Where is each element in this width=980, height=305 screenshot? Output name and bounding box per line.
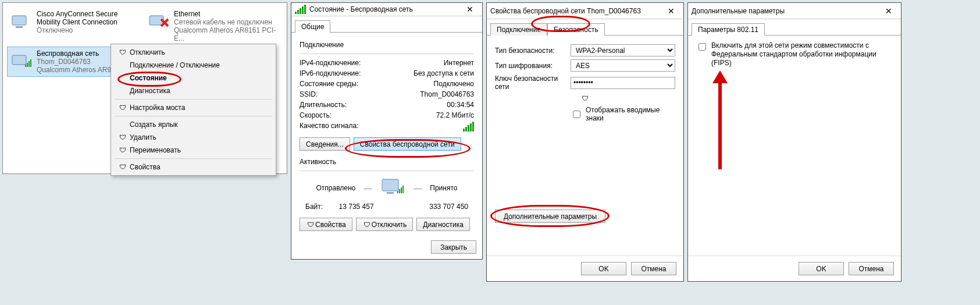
adapter-name: Беспроводная сеть [37, 49, 121, 58]
shield-icon: 🛡 [362, 221, 372, 229]
menu-item-status[interactable]: Состояние [112, 72, 275, 84]
tab-security[interactable]: Безопасность [547, 23, 605, 36]
adapter-icon [10, 49, 33, 73]
menu-item-shortcut[interactable]: Создать ярлык [112, 118, 275, 131]
security-type-select[interactable]: WPA2-Personal [571, 44, 675, 56]
fips-label: Включить для этой сети режим совместимос… [711, 41, 893, 68]
ipv4-value: Интернет [444, 59, 474, 67]
signal-bars-icon [463, 122, 474, 132]
tab-connection[interactable]: Подключение [490, 23, 547, 36]
annotation-arrow-icon [711, 70, 729, 169]
svg-rect-6 [28, 61, 30, 67]
tabstrip: Параметры 802.11 [688, 19, 901, 36]
sent-label: Отправлено [316, 184, 356, 192]
svg-rect-9 [382, 179, 398, 191]
shield-icon: 🛡 [116, 48, 130, 56]
wifi-bars-icon [295, 5, 306, 14]
security-type-label: Тип безопасности: [495, 47, 571, 55]
close-button[interactable]: ✕ [461, 3, 479, 16]
media-value: Подключено [434, 80, 474, 88]
adapter-device: Qualcomm Atheros AR94... [37, 66, 121, 74]
menu-item-disable[interactable]: 🛡Отключить [112, 46, 275, 59]
titlebar: Состояние - Беспроводная сеть ✕ [291, 3, 482, 16]
svg-rect-13 [401, 187, 402, 193]
close-button[interactable]: ✕ [880, 5, 897, 17]
show-chars-checkbox[interactable] [573, 111, 580, 118]
close-button[interactable]: Закрыть [431, 240, 476, 254]
adapter-icon [147, 10, 170, 33]
tab-80211[interactable]: Параметры 802.11 [692, 23, 765, 36]
duration-value: 00:34:54 [447, 101, 474, 109]
adapter-name: Ethernet [174, 10, 277, 18]
close-button[interactable]: ✕ [662, 5, 680, 17]
menu-separator [115, 158, 272, 159]
titlebar: Свойства беспроводной сети Thom_D0046763… [487, 3, 683, 19]
adapter-name: Cisco AnyConnect Secure Mobility Client … [37, 10, 140, 26]
adapter-item-ethernet[interactable]: Ethernet Сетевой кабель не подключен Qua… [145, 8, 280, 45]
adapter-status: Thom_D0046763 [37, 58, 121, 66]
properties-button[interactable]: 🛡Свойства [300, 218, 352, 231]
svg-marker-16 [712, 70, 728, 83]
ok-button[interactable]: OK [581, 262, 626, 275]
wireless-properties-dialog: Свойства беспроводной сети Thom_D0046763… [486, 2, 684, 282]
svg-rect-4 [25, 65, 26, 67]
menu-item-connect[interactable]: Подключение / Отключение [112, 59, 275, 72]
shield-icon: 🛡 [116, 146, 130, 154]
menu-item-rename[interactable]: 🛡Переименовать [112, 144, 275, 157]
dialog-title: Состояние - Беспроводная сеть [309, 5, 461, 13]
menu-separator [115, 99, 272, 100]
dash-icon: — [414, 183, 422, 193]
wireless-properties-button[interactable]: Свойства беспроводной сети [354, 137, 461, 151]
network-connections-panel: Cisco AnyConnect Secure Mobility Client … [3, 3, 288, 175]
dash-icon: — [364, 183, 372, 193]
adapter-item-anyconnect[interactable]: Cisco AnyConnect Secure Mobility Client … [8, 8, 142, 45]
advanced-settings-dialog: Дополнительные параметры ✕ Параметры 802… [687, 2, 901, 282]
bytes-received: 333 707 450 [401, 203, 468, 211]
media-label: Состояние среды: [300, 80, 358, 88]
adapter-icon [10, 10, 33, 33]
svg-rect-10 [387, 192, 394, 194]
disable-button[interactable]: 🛡Отключить [356, 218, 414, 231]
ipv6-label: IPv6-подключение: [300, 69, 361, 77]
shield-icon: 🛡 [116, 104, 130, 112]
key-label: Ключ безопасности сети [495, 75, 571, 91]
titlebar: Дополнительные параметры ✕ [688, 3, 901, 19]
svg-rect-14 [402, 186, 404, 193]
tab-general[interactable]: Общие [295, 20, 330, 33]
bytes-sent: 13 735 457 [323, 203, 390, 211]
dialog-title: Дополнительные параметры [692, 7, 880, 15]
advanced-settings-button[interactable]: Дополнительные параметры [495, 210, 605, 223]
ipv6-value: Без доступа к сети [414, 69, 474, 77]
menu-item-properties[interactable]: 🛡Свойства [112, 161, 275, 173]
shield-icon: 🛡 [116, 163, 130, 171]
menu-item-delete[interactable]: 🛡Удалить [112, 131, 275, 144]
shield-icon: 🛡 [580, 94, 590, 102]
section-connection: Подключение [300, 41, 474, 49]
cancel-button[interactable]: Отмена [631, 262, 676, 275]
adapter-status: Отключено [37, 26, 140, 34]
ok-button[interactable]: OK [799, 262, 844, 275]
shield-icon: 🛡 [306, 221, 315, 229]
svg-rect-1 [16, 26, 23, 28]
duration-label: Длительность: [300, 101, 347, 109]
menu-separator [115, 116, 272, 116]
svg-rect-12 [399, 189, 400, 193]
fips-checkbox[interactable] [699, 43, 706, 51]
encryption-label: Тип шифрования: [495, 62, 571, 70]
security-key-input[interactable] [571, 77, 675, 89]
ssid-label: SSID: [300, 90, 318, 98]
diagnose-button[interactable]: Диагностика [416, 218, 470, 231]
encryption-select[interactable]: AES [571, 59, 675, 72]
details-button[interactable]: Сведения... [300, 137, 350, 151]
bytes-label: Байт: [305, 203, 323, 211]
cancel-button[interactable]: Отмена [849, 262, 894, 275]
menu-item-diagnose[interactable]: Диагностика [112, 84, 275, 97]
dialog-title: Свойства беспроводной сети Thom_D0046763 [490, 7, 662, 15]
svg-rect-5 [27, 63, 28, 67]
adapter-device: Qualcomm Atheros AR8161 PCI-E... [174, 26, 277, 42]
svg-rect-3 [12, 55, 26, 65]
status-dialog: Состояние - Беспроводная сеть ✕ Общие По… [291, 2, 483, 260]
menu-item-bridge[interactable]: 🛡Настройка моста [112, 101, 275, 114]
signal-label: Качество сигнала: [300, 122, 358, 132]
adapter-context-menu: 🛡Отключить Подключение / Отключение Сост… [111, 44, 276, 176]
